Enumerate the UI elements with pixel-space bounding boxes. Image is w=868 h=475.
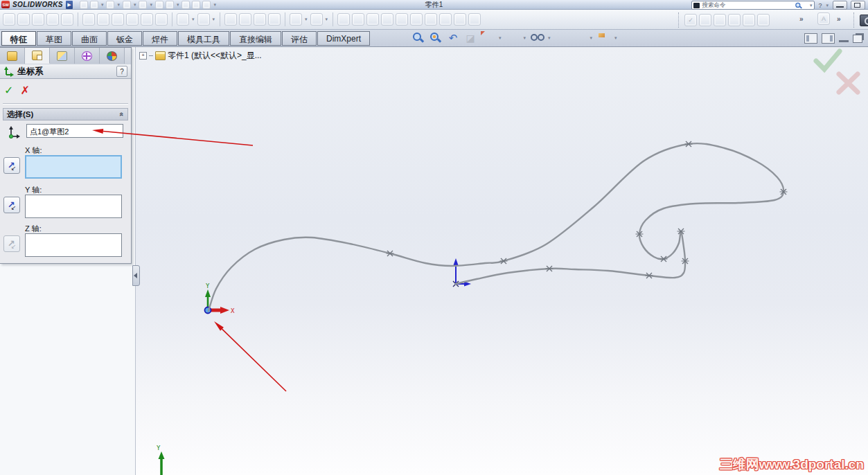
tab-mold-tools[interactable]: 模具工具 [178, 31, 229, 46]
reverse-x-axis-button[interactable]: ↗↙ [3, 157, 20, 174]
helix-spiral-icon[interactable] [454, 13, 466, 26]
swept-cut-icon[interactable] [126, 13, 139, 26]
panel-help-button[interactable]: ? [116, 66, 127, 77]
display-style-icon[interactable] [506, 31, 520, 45]
tab-sketch[interactable]: 草图 [37, 31, 71, 46]
selection-input[interactable]: 点1@草图2 [26, 124, 123, 138]
screen-capture-icon[interactable] [860, 15, 868, 26]
lofted-boss-icon[interactable] [46, 13, 59, 26]
reference-plane-icon[interactable] [337, 13, 350, 26]
performance-evaluation-icon[interactable] [743, 14, 755, 26]
zoom-to-fit-icon[interactable] [411, 31, 425, 45]
y-axis-input[interactable] [25, 195, 122, 218]
split-pane-left-icon[interactable] [804, 33, 817, 44]
revolved-cut-icon[interactable] [112, 13, 124, 26]
measure-icon[interactable] [699, 14, 711, 26]
edit-appearance-dropdown-caret[interactable]: ▾ [590, 35, 593, 41]
note-icon[interactable]: A [817, 12, 830, 25]
coordinate-system-icon[interactable] [366, 13, 379, 26]
section-properties-icon[interactable] [728, 14, 741, 26]
cascade-document-icon[interactable] [853, 35, 862, 43]
sensors-icon[interactable] [757, 14, 770, 26]
panel-splitter[interactable] [132, 265, 140, 286]
view-settings-icon[interactable] [596, 31, 610, 45]
rebuild-icon[interactable] [181, 1, 190, 9]
print-dropdown-caret[interactable]: ▾ [134, 2, 136, 8]
minimize-window-button[interactable] [833, 1, 847, 10]
spell-checker-icon[interactable]: ✓ [684, 14, 697, 26]
project-curve-icon[interactable] [425, 13, 437, 26]
restore-window-button[interactable] [851, 1, 865, 10]
tab-features[interactable]: 特征 [1, 31, 36, 46]
help-dropdown-caret[interactable]: ▾ [826, 3, 829, 8]
composite-curve-icon[interactable] [439, 13, 452, 26]
mirror-icon[interactable] [268, 13, 281, 26]
hide-show-items-dropdown-caret[interactable]: ▾ [548, 35, 551, 41]
search-input[interactable]: 搜索命令 [702, 1, 792, 10]
z-axis-input[interactable] [25, 233, 122, 257]
display-manager-tab[interactable] [100, 48, 125, 64]
selection-section-header[interactable]: 选择(S) « [3, 108, 128, 120]
curves-dropdown-caret[interactable]: ▾ [326, 17, 328, 22]
reverse-y-axis-button[interactable]: ↗↙ [3, 197, 20, 213]
select-dropdown-caret[interactable]: ▾ [177, 2, 179, 8]
revolved-boss-icon[interactable] [17, 13, 30, 26]
search-dropdown-caret[interactable]: ▾ [810, 3, 813, 8]
tab-weldments[interactable]: 焊件 [143, 31, 177, 46]
reference-point-icon[interactable] [381, 13, 393, 26]
display-style-dropdown-caret[interactable]: ▾ [524, 35, 526, 41]
configuration-manager-tab[interactable] [50, 48, 75, 64]
rib-icon[interactable] [224, 13, 237, 26]
lofted-cut-icon[interactable] [141, 13, 153, 26]
redo-icon[interactable] [155, 1, 163, 9]
x-axis-input[interactable] [25, 155, 122, 179]
print-icon[interactable] [123, 1, 131, 9]
undo-dropdown-caret[interactable]: ▾ [150, 2, 152, 8]
curve-through-points-icon[interactable] [396, 13, 408, 26]
part-tree-label[interactable]: 零件1 (默认<<默认>_显... [168, 50, 262, 62]
hide-show-items-icon[interactable] [530, 31, 544, 45]
options-icon[interactable] [202, 1, 211, 9]
options-dropdown-caret[interactable]: ▾ [213, 2, 216, 8]
shell-icon[interactable] [254, 13, 266, 26]
ok-button[interactable]: ✓ [4, 84, 13, 97]
minimize-document-icon[interactable] [839, 40, 849, 42]
reference-axis-icon[interactable] [352, 13, 364, 26]
tab-dimxpert[interactable]: DimXpert [317, 31, 370, 46]
fillet-dropdown-caret[interactable]: ▾ [192, 17, 195, 22]
cancel-button[interactable]: ✗ [20, 84, 29, 97]
feature-manager-tab[interactable] [0, 48, 25, 64]
evaluate-overflow-button[interactable]: » [799, 15, 804, 23]
swept-boss-icon[interactable] [32, 13, 44, 26]
tree-expand-icon[interactable]: + [139, 52, 147, 60]
boundary-cut-icon[interactable] [155, 13, 168, 26]
property-manager-tab[interactable] [25, 48, 50, 64]
undo-icon[interactable] [139, 1, 147, 9]
collapse-section-icon[interactable]: « [118, 112, 126, 116]
apply-scene-icon[interactable] [555, 31, 569, 45]
view-orientation-icon[interactable] [481, 31, 495, 45]
section-view-icon[interactable]: ◪ [463, 31, 477, 45]
tab-direct-editing[interactable]: 直接编辑 [230, 31, 281, 46]
menu-flyout-icon[interactable]: ▶ [66, 1, 73, 9]
save-icon[interactable] [106, 1, 114, 9]
extruded-cut-icon[interactable] [82, 13, 95, 26]
curves-icon[interactable] [310, 13, 323, 26]
linear-pattern-dropdown-caret[interactable]: ▾ [213, 17, 215, 22]
draft-icon[interactable] [239, 13, 251, 26]
save-dropdown-caret[interactable]: ▾ [117, 2, 120, 8]
edit-appearance-icon[interactable] [572, 31, 586, 45]
split-line-icon[interactable] [410, 13, 423, 26]
hole-wizard-icon[interactable] [97, 13, 109, 26]
search-scope-icon[interactable] [693, 3, 700, 8]
view-settings-dropdown-caret[interactable]: ▾ [614, 35, 617, 41]
new-document-icon[interactable] [80, 1, 88, 9]
view-orientation-dropdown-caret[interactable]: ▾ [499, 35, 502, 41]
file-properties-icon[interactable] [192, 1, 200, 9]
extruded-boss-icon[interactable] [3, 13, 15, 26]
search-command-box[interactable]: 搜索命令 ▾ [691, 1, 815, 10]
dimxpert-manager-tab[interactable] [75, 48, 100, 64]
open-document-icon[interactable] [90, 1, 98, 9]
fillet-icon[interactable] [177, 13, 189, 26]
wrap-dropdown-caret[interactable]: ▾ [305, 17, 308, 22]
